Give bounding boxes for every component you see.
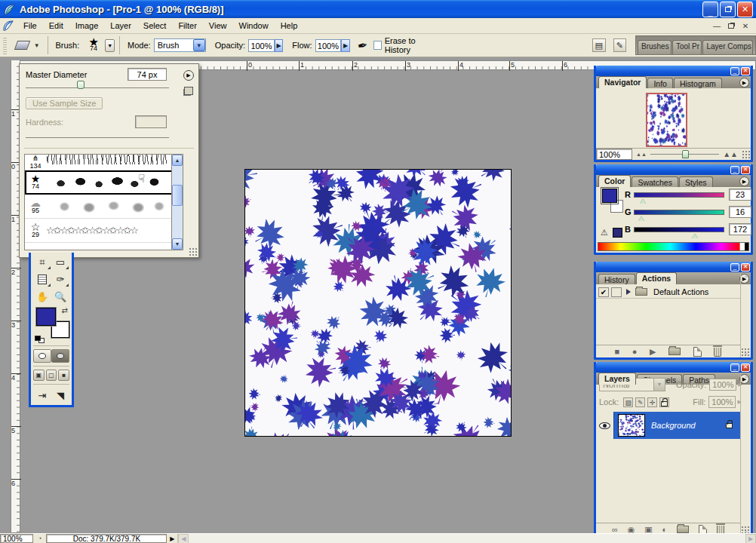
tab-layers[interactable]: Layers bbox=[598, 373, 636, 385]
navigator-title-bar[interactable]: _ ✕ bbox=[596, 66, 751, 76]
panel-resize-grip[interactable] bbox=[742, 150, 751, 159]
options-bar-grip[interactable] bbox=[3, 36, 7, 54]
panel-close-button[interactable]: ✕ bbox=[741, 67, 750, 75]
panel-resize-grip[interactable] bbox=[741, 348, 750, 357]
popup-resize-grip[interactable] bbox=[189, 247, 198, 256]
jump-to-imageready-button[interactable]: ⇥ bbox=[33, 388, 51, 403]
menu-help[interactable]: Help bbox=[275, 19, 304, 32]
master-diameter-slider-thumb[interactable] bbox=[77, 81, 85, 89]
tab-history[interactable]: History bbox=[598, 274, 635, 284]
scroll-right-icon[interactable]: ▶ bbox=[745, 534, 756, 543]
zoom-in-icon[interactable]: ▲▲ bbox=[723, 150, 738, 158]
layer-visibility-cell[interactable] bbox=[596, 412, 614, 439]
eraser-tool-icon[interactable] bbox=[14, 41, 31, 50]
status-menu-icon[interactable]: ▶ bbox=[167, 535, 177, 542]
crop-tool[interactable]: ⌗ bbox=[33, 254, 51, 270]
tab-color[interactable]: Color bbox=[598, 175, 631, 187]
brush-row-95[interactable]: ☁ 95 bbox=[25, 195, 183, 219]
flow-spinner[interactable]: ▶ bbox=[341, 39, 349, 52]
menu-file[interactable]: File bbox=[17, 19, 43, 32]
blue-value-field[interactable]: 172 bbox=[729, 223, 751, 235]
zoom-tool[interactable]: 🔍 bbox=[51, 289, 69, 305]
tab-navigator[interactable]: Navigator bbox=[598, 76, 647, 88]
delete-icon[interactable] bbox=[714, 348, 721, 357]
tab-info[interactable]: Info bbox=[647, 78, 673, 88]
scroll-left-icon[interactable]: ◀ bbox=[178, 534, 189, 543]
zoom-out-icon[interactable]: ▲▲ bbox=[636, 152, 647, 157]
hardness-field[interactable] bbox=[135, 115, 167, 128]
panel-menu-icon[interactable]: ▶ bbox=[739, 176, 749, 186]
default-actions-row[interactable]: ✔ Default Actions bbox=[596, 286, 740, 299]
menu-select[interactable]: Select bbox=[137, 19, 173, 32]
stop-recording-icon[interactable]: ■ bbox=[615, 347, 620, 356]
panel-minimize-button[interactable]: _ bbox=[730, 67, 739, 75]
mode-select[interactable]: Brush ▼ bbox=[154, 38, 206, 52]
navigator-zoom-slider[interactable] bbox=[650, 154, 719, 155]
doc-minimize-button[interactable]: — bbox=[711, 20, 723, 31]
action-dialog-checkbox[interactable] bbox=[611, 287, 622, 297]
begin-recording-icon[interactable]: ● bbox=[632, 347, 638, 356]
lock-position-icon[interactable]: ✛ bbox=[647, 397, 657, 407]
restore-button[interactable] bbox=[720, 2, 736, 17]
eraser-tool[interactable]: ▭ bbox=[51, 254, 69, 270]
actions-title-bar[interactable]: _ ✕ bbox=[596, 262, 751, 272]
foreground-color-swatch[interactable] bbox=[36, 308, 56, 326]
action-toggle-checkbox[interactable]: ✔ bbox=[598, 287, 609, 297]
color-spectrum-ramp[interactable] bbox=[598, 242, 749, 251]
menu-layer[interactable]: Layer bbox=[104, 19, 137, 32]
green-slider-thumb[interactable] bbox=[638, 216, 644, 221]
standard-mode-button[interactable] bbox=[33, 349, 51, 363]
layers-scrollbar[interactable]: ⌃⌄ bbox=[740, 374, 751, 535]
palette-well-tab-layer-comps[interactable]: Layer Comps bbox=[702, 40, 753, 54]
full-screen-menubar-button[interactable]: ▢ bbox=[46, 370, 57, 381]
panel-minimize-button[interactable]: _ bbox=[730, 364, 739, 372]
standard-screen-mode-button[interactable]: ▣ bbox=[33, 370, 45, 381]
palette-well-tab-brushes[interactable]: Brushes bbox=[638, 40, 671, 54]
brush-row-29[interactable]: ☆ 29 ☆✩☆✩☆✩☆✩☆✩☆✩☆ bbox=[25, 219, 183, 243]
red-slider[interactable] bbox=[634, 192, 724, 198]
use-sample-size-button[interactable]: Use Sample Size bbox=[26, 97, 103, 109]
menu-image[interactable]: Image bbox=[69, 19, 105, 32]
brush-picker-dropdown-button[interactable]: ▼ bbox=[105, 39, 115, 52]
eyedropper-tool[interactable]: ✑ bbox=[51, 272, 69, 287]
flow-field[interactable]: 100% bbox=[315, 39, 342, 52]
menu-edit[interactable]: Edit bbox=[43, 19, 69, 32]
gamut-color-swatch[interactable] bbox=[613, 228, 622, 238]
tool-preset-dropdown-icon[interactable]: ▼ bbox=[34, 42, 40, 49]
green-value-field[interactable]: 16 bbox=[729, 206, 751, 218]
actions-scrollbar[interactable]: ⌃⌄ bbox=[740, 274, 751, 357]
doc-restore-button[interactable] bbox=[725, 20, 737, 31]
red-slider-thumb[interactable] bbox=[640, 199, 646, 204]
opacity-field[interactable]: 100% bbox=[248, 39, 275, 52]
tab-histogram[interactable]: Histogram bbox=[674, 78, 722, 88]
tab-actions[interactable]: Actions bbox=[636, 272, 678, 284]
panel-menu-icon[interactable]: ▶ bbox=[739, 78, 749, 87]
scrollbar-thumb[interactable] bbox=[172, 185, 183, 206]
menu-view[interactable]: View bbox=[203, 19, 233, 32]
color-foreground-swatch[interactable] bbox=[602, 189, 617, 203]
doc-close-button[interactable]: ✕ bbox=[739, 20, 751, 31]
green-slider[interactable] bbox=[634, 210, 724, 215]
navigator-zoom-field[interactable]: 100% bbox=[596, 149, 632, 160]
horizontal-scrollbar[interactable]: ◀ ▶ bbox=[177, 534, 756, 543]
gamut-warning-icon[interactable]: ⚠ bbox=[601, 228, 608, 238]
panel-close-button[interactable]: ✕ bbox=[741, 364, 750, 372]
tool-preset-file-icon[interactable]: ✎ bbox=[613, 38, 626, 52]
layer-thumbnail[interactable] bbox=[618, 414, 645, 437]
default-colors-icon[interactable] bbox=[35, 336, 41, 341]
new-action-icon[interactable] bbox=[693, 347, 702, 357]
airbrush-icon[interactable]: ✒ bbox=[356, 37, 369, 53]
lock-image-icon[interactable]: ✎ bbox=[635, 397, 645, 407]
status-zoom-field[interactable]: 100% bbox=[0, 534, 33, 543]
brush-popup-menu-button[interactable]: ▶ bbox=[183, 70, 194, 81]
hand-tool[interactable]: ✋ bbox=[33, 289, 51, 305]
red-value-field[interactable]: 23 bbox=[729, 189, 751, 201]
new-set-icon[interactable] bbox=[668, 348, 681, 355]
palette-well-tab-tool-presets[interactable]: Tool Pr bbox=[672, 40, 702, 54]
close-button[interactable]: ✕ bbox=[737, 2, 753, 17]
new-group-icon[interactable] bbox=[677, 526, 689, 533]
play-action-icon[interactable]: ▶ bbox=[650, 347, 656, 357]
brush-list-scrollbar[interactable]: ▲ ▼ bbox=[171, 154, 183, 250]
scroll-down-icon[interactable]: ▼ bbox=[172, 238, 183, 250]
panel-close-button[interactable]: ✕ bbox=[741, 263, 750, 272]
